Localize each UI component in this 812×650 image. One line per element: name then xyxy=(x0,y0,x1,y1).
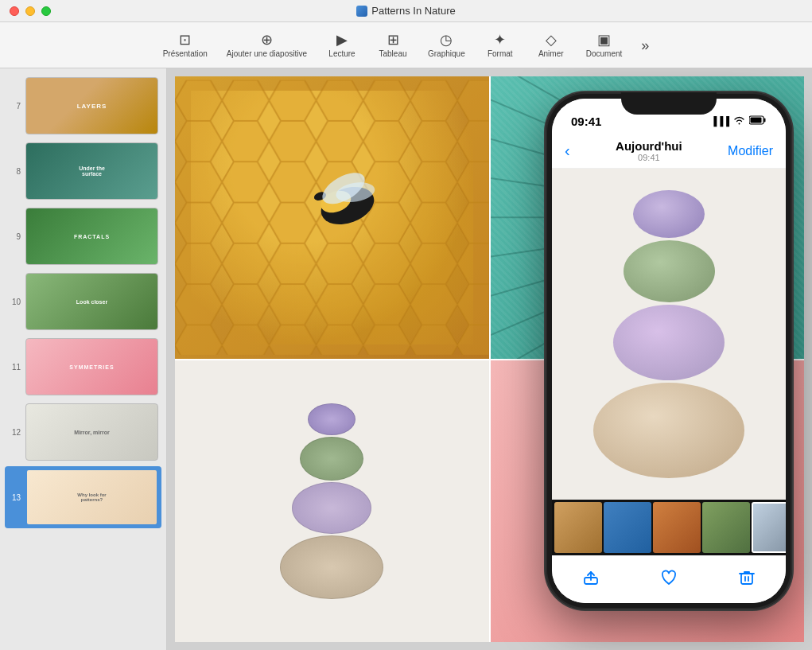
toolbar-lecture[interactable]: ▶ Lecture xyxy=(318,29,366,61)
play-icon: ▶ xyxy=(336,33,348,47)
urchin-top xyxy=(308,403,355,435)
slide-thumb-11: SYMMETRIES xyxy=(25,338,158,395)
toolbar-presentation[interactable]: ⊡ Présentation xyxy=(155,29,216,61)
heart-button[interactable] xyxy=(660,569,678,591)
slide-item-10[interactable]: 10 Look closer xyxy=(5,271,161,333)
close-button[interactable] xyxy=(10,6,19,16)
thumbnail-strip[interactable] xyxy=(552,500,786,555)
slide-thumb-13: Why look forpatterns? xyxy=(25,469,158,526)
slide-item-11[interactable]: 11 SYMMETRIES xyxy=(5,336,161,398)
tableau-icon: ⊞ xyxy=(387,33,399,47)
strip-thumb-2[interactable] xyxy=(604,502,651,553)
panel-honeybee xyxy=(175,76,489,359)
edit-button[interactable]: Modifier xyxy=(728,144,773,158)
delete-button[interactable] xyxy=(738,569,756,591)
wifi-icon xyxy=(733,115,745,126)
strip-thumb-3[interactable] xyxy=(653,502,701,553)
presentation-icon: ⊡ xyxy=(179,33,191,47)
strip-thumb-1[interactable] xyxy=(554,502,602,553)
strip-thumb-4[interactable] xyxy=(702,502,750,553)
toolbar-format[interactable]: ✦ Format xyxy=(476,29,524,61)
canvas-area: 09:41 ▐▐▐ xyxy=(167,68,812,650)
iphone-screen: 09:41 ▐▐▐ xyxy=(552,99,786,603)
nav-title-area: Aujourd'hui 09:41 xyxy=(616,139,682,162)
urchin-bottom xyxy=(280,535,383,599)
format-icon: ✦ xyxy=(494,33,506,47)
slide-item-13[interactable]: 13 Why look forpatterns? xyxy=(5,466,161,528)
slide-thumb-9: FRACTALS xyxy=(25,208,158,265)
bottom-action-bar xyxy=(552,555,786,603)
honeycomb-svg xyxy=(175,76,489,359)
more-icon: » xyxy=(641,38,649,53)
urchin-middle-top xyxy=(300,437,363,481)
toolbar: ⊡ Présentation ⊕ Ajouter une diapositive… xyxy=(0,22,812,68)
slide-item-9[interactable]: 9 FRACTALS xyxy=(5,205,161,267)
iphone-urchin-1 xyxy=(633,190,705,238)
toolbar-document[interactable]: ▣ Document xyxy=(578,29,631,61)
toolbar-animer[interactable]: ◇ Animer xyxy=(527,29,575,61)
battery-icon xyxy=(749,115,767,126)
slide-item-12[interactable]: 12 Mirror, mirror xyxy=(5,401,161,463)
iphone-urchin-3 xyxy=(613,305,725,380)
document-icon: ▣ xyxy=(597,33,611,47)
urchin-middle-bottom xyxy=(292,482,371,534)
svg-rect-19 xyxy=(751,118,762,123)
svg-rect-18 xyxy=(764,119,766,123)
window-title: Patterns In Nature xyxy=(356,5,456,17)
urchin-stack-photo xyxy=(577,174,760,494)
iphone-frame: 09:41 ▐▐▐ xyxy=(546,92,792,609)
photo-area[interactable] xyxy=(552,169,786,500)
slide-item-7[interactable]: 7 LAYERS xyxy=(5,75,161,137)
share-button[interactable] xyxy=(582,569,600,591)
toolbar-tableau[interactable]: ⊞ Tableau xyxy=(369,29,417,61)
iphone-mockup: 09:41 ▐▐▐ xyxy=(542,92,796,626)
status-icons: ▐▐▐ xyxy=(711,115,767,126)
chart-icon: ◷ xyxy=(440,33,453,47)
slide-thumb-12: Mirror, mirror xyxy=(25,403,158,461)
iphone-notch xyxy=(621,92,717,115)
toolbar-graphique[interactable]: ◷ Graphique xyxy=(420,29,473,61)
maximize-button[interactable] xyxy=(41,6,51,16)
slide-panel: 7 LAYERS 8 Under thesurface 9 FRACTALS xyxy=(0,68,167,650)
nav-time-label: 09:41 xyxy=(616,153,682,162)
animate-icon: ◇ xyxy=(546,33,557,47)
slide-item-8[interactable]: 8 Under thesurface xyxy=(5,140,161,202)
keynote-icon xyxy=(356,6,367,17)
svg-rect-21 xyxy=(741,574,752,584)
slide-thumb-8: Under thesurface xyxy=(25,142,158,200)
main-area: 7 LAYERS 8 Under thesurface 9 FRACTALS xyxy=(0,68,812,650)
iphone-urchin-2 xyxy=(624,240,715,302)
minimize-button[interactable] xyxy=(25,6,35,16)
panel-urchins-white xyxy=(175,360,489,643)
traffic-lights xyxy=(10,6,51,16)
signal-icon: ▐▐▐ xyxy=(711,116,729,126)
toolbar-add-slide[interactable]: ⊕ Ajouter une diapositive xyxy=(219,29,315,61)
strip-thumb-5[interactable] xyxy=(752,502,786,553)
back-button[interactable]: ‹ xyxy=(565,142,570,160)
iphone-urchin-4 xyxy=(593,383,744,478)
add-slide-icon: ⊕ xyxy=(261,33,273,47)
toolbar-more[interactable]: » xyxy=(633,35,657,56)
nav-bar: ‹ Aujourd'hui 09:41 Modifier xyxy=(552,134,786,169)
titlebar: Patterns In Nature xyxy=(0,0,812,22)
slide-thumb-7: LAYERS xyxy=(25,77,158,134)
chevron-left-icon: ‹ xyxy=(565,142,570,160)
status-time: 09:41 xyxy=(571,115,601,128)
slide-thumb-10: Look closer xyxy=(25,273,158,330)
nav-today-label: Aujourd'hui xyxy=(616,139,682,153)
